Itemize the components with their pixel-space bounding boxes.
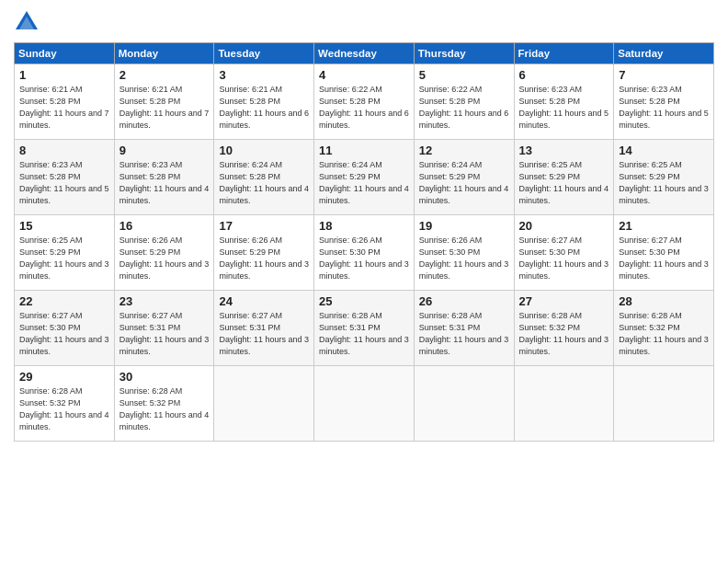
day-number: 30 bbox=[119, 370, 210, 384]
calendar-cell: 10Sunrise: 6:24 AM Sunset: 5:28 PM Dayli… bbox=[214, 140, 314, 215]
day-info: Sunrise: 6:24 AM Sunset: 5:29 PM Dayligh… bbox=[319, 159, 410, 207]
day-info: Sunrise: 6:26 AM Sunset: 5:29 PM Dayligh… bbox=[119, 235, 210, 282]
calendar-cell: 4Sunrise: 6:22 AM Sunset: 5:28 PM Daylig… bbox=[314, 64, 415, 140]
header-tuesday: Tuesday bbox=[214, 43, 314, 64]
header-row: SundayMondayTuesdayWednesdayThursdayFrid… bbox=[15, 43, 714, 64]
calendar-cell bbox=[314, 366, 415, 442]
day-info: Sunrise: 6:25 AM Sunset: 5:29 PM Dayligh… bbox=[19, 235, 110, 282]
day-number: 5 bbox=[419, 68, 510, 82]
day-info: Sunrise: 6:23 AM Sunset: 5:28 PM Dayligh… bbox=[119, 159, 210, 207]
day-info: Sunrise: 6:21 AM Sunset: 5:28 PM Dayligh… bbox=[219, 84, 310, 132]
header-friday: Friday bbox=[514, 43, 614, 64]
week-row-2: 8Sunrise: 6:23 AM Sunset: 5:28 PM Daylig… bbox=[15, 140, 714, 215]
week-row-3: 15Sunrise: 6:25 AM Sunset: 5:29 PM Dayli… bbox=[15, 215, 714, 291]
page: SundayMondayTuesdayWednesdayThursdayFrid… bbox=[0, 0, 728, 563]
calendar-cell: 3Sunrise: 6:21 AM Sunset: 5:28 PM Daylig… bbox=[214, 64, 314, 140]
calendar-cell: 27Sunrise: 6:28 AM Sunset: 5:32 PM Dayli… bbox=[514, 291, 614, 366]
calendar-cell: 9Sunrise: 6:23 AM Sunset: 5:28 PM Daylig… bbox=[114, 140, 214, 215]
day-info: Sunrise: 6:28 AM Sunset: 5:32 PM Dayligh… bbox=[119, 385, 210, 433]
day-number: 21 bbox=[619, 219, 710, 233]
day-info: Sunrise: 6:25 AM Sunset: 5:29 PM Dayligh… bbox=[519, 159, 610, 207]
day-number: 18 bbox=[319, 219, 410, 233]
week-row-1: 1Sunrise: 6:21 AM Sunset: 5:28 PM Daylig… bbox=[15, 64, 714, 140]
day-number: 17 bbox=[219, 219, 310, 233]
day-info: Sunrise: 6:28 AM Sunset: 5:32 PM Dayligh… bbox=[519, 310, 610, 358]
day-info: Sunrise: 6:25 AM Sunset: 5:29 PM Dayligh… bbox=[619, 159, 710, 207]
header-sunday: Sunday bbox=[15, 43, 115, 64]
day-number: 22 bbox=[19, 294, 110, 308]
day-info: Sunrise: 6:24 AM Sunset: 5:29 PM Dayligh… bbox=[419, 159, 510, 207]
header-wednesday: Wednesday bbox=[314, 43, 415, 64]
calendar-cell: 24Sunrise: 6:27 AM Sunset: 5:31 PM Dayli… bbox=[214, 291, 314, 366]
calendar-cell: 15Sunrise: 6:25 AM Sunset: 5:29 PM Dayli… bbox=[15, 215, 115, 291]
calendar-cell: 12Sunrise: 6:24 AM Sunset: 5:29 PM Dayli… bbox=[414, 140, 514, 215]
calendar-cell: 2Sunrise: 6:21 AM Sunset: 5:28 PM Daylig… bbox=[114, 64, 214, 140]
calendar-cell: 6Sunrise: 6:23 AM Sunset: 5:28 PM Daylig… bbox=[514, 64, 614, 140]
day-info: Sunrise: 6:23 AM Sunset: 5:28 PM Dayligh… bbox=[19, 159, 110, 207]
calendar-cell: 23Sunrise: 6:27 AM Sunset: 5:31 PM Dayli… bbox=[114, 291, 214, 366]
day-info: Sunrise: 6:23 AM Sunset: 5:28 PM Dayligh… bbox=[619, 84, 710, 132]
calendar-cell: 7Sunrise: 6:23 AM Sunset: 5:28 PM Daylig… bbox=[614, 64, 714, 140]
day-number: 27 bbox=[519, 294, 610, 308]
day-number: 19 bbox=[419, 219, 510, 233]
calendar-cell: 1Sunrise: 6:21 AM Sunset: 5:28 PM Daylig… bbox=[15, 64, 115, 140]
calendar-cell: 29Sunrise: 6:28 AM Sunset: 5:32 PM Dayli… bbox=[15, 366, 115, 442]
day-info: Sunrise: 6:22 AM Sunset: 5:28 PM Dayligh… bbox=[419, 84, 510, 132]
day-number: 23 bbox=[119, 294, 210, 308]
calendar-cell: 25Sunrise: 6:28 AM Sunset: 5:31 PM Dayli… bbox=[314, 291, 415, 366]
header bbox=[14, 9, 714, 35]
calendar-cell: 21Sunrise: 6:27 AM Sunset: 5:30 PM Dayli… bbox=[614, 215, 714, 291]
day-number: 29 bbox=[19, 370, 110, 384]
calendar-cell: 17Sunrise: 6:26 AM Sunset: 5:29 PM Dayli… bbox=[214, 215, 314, 291]
day-number: 14 bbox=[619, 144, 710, 157]
calendar-cell: 18Sunrise: 6:26 AM Sunset: 5:30 PM Dayli… bbox=[314, 215, 415, 291]
day-number: 16 bbox=[119, 219, 210, 233]
calendar-cell: 19Sunrise: 6:26 AM Sunset: 5:30 PM Dayli… bbox=[414, 215, 514, 291]
day-info: Sunrise: 6:26 AM Sunset: 5:29 PM Dayligh… bbox=[219, 235, 310, 282]
calendar-cell bbox=[414, 366, 514, 442]
day-info: Sunrise: 6:28 AM Sunset: 5:32 PM Dayligh… bbox=[619, 310, 710, 358]
day-info: Sunrise: 6:27 AM Sunset: 5:31 PM Dayligh… bbox=[219, 310, 310, 358]
calendar-cell: 13Sunrise: 6:25 AM Sunset: 5:29 PM Dayli… bbox=[514, 140, 614, 215]
day-number: 3 bbox=[219, 68, 310, 82]
header-thursday: Thursday bbox=[414, 43, 514, 64]
header-saturday: Saturday bbox=[614, 43, 714, 64]
calendar-table: SundayMondayTuesdayWednesdayThursdayFrid… bbox=[14, 42, 714, 442]
calendar-cell: 26Sunrise: 6:28 AM Sunset: 5:31 PM Dayli… bbox=[414, 291, 514, 366]
day-number: 12 bbox=[419, 144, 510, 157]
calendar-cell bbox=[514, 366, 614, 442]
day-number: 15 bbox=[19, 219, 110, 233]
calendar-cell: 14Sunrise: 6:25 AM Sunset: 5:29 PM Dayli… bbox=[614, 140, 714, 215]
day-info: Sunrise: 6:26 AM Sunset: 5:30 PM Dayligh… bbox=[419, 235, 510, 282]
calendar-cell bbox=[614, 366, 714, 442]
calendar-cell: 16Sunrise: 6:26 AM Sunset: 5:29 PM Dayli… bbox=[114, 215, 214, 291]
calendar-cell: 8Sunrise: 6:23 AM Sunset: 5:28 PM Daylig… bbox=[15, 140, 115, 215]
day-number: 20 bbox=[519, 219, 610, 233]
calendar-cell: 30Sunrise: 6:28 AM Sunset: 5:32 PM Dayli… bbox=[114, 366, 214, 442]
day-number: 4 bbox=[319, 68, 410, 82]
day-info: Sunrise: 6:26 AM Sunset: 5:30 PM Dayligh… bbox=[319, 235, 410, 282]
calendar-cell bbox=[214, 366, 314, 442]
calendar-cell: 5Sunrise: 6:22 AM Sunset: 5:28 PM Daylig… bbox=[414, 64, 514, 140]
calendar-cell: 20Sunrise: 6:27 AM Sunset: 5:30 PM Dayli… bbox=[514, 215, 614, 291]
day-info: Sunrise: 6:21 AM Sunset: 5:28 PM Dayligh… bbox=[19, 84, 110, 132]
day-number: 25 bbox=[319, 294, 410, 308]
header-monday: Monday bbox=[114, 43, 214, 64]
day-info: Sunrise: 6:28 AM Sunset: 5:32 PM Dayligh… bbox=[19, 385, 110, 433]
week-row-4: 22Sunrise: 6:27 AM Sunset: 5:30 PM Dayli… bbox=[15, 291, 714, 366]
day-number: 11 bbox=[319, 144, 410, 157]
day-info: Sunrise: 6:27 AM Sunset: 5:30 PM Dayligh… bbox=[19, 310, 110, 358]
week-row-5: 29Sunrise: 6:28 AM Sunset: 5:32 PM Dayli… bbox=[15, 366, 714, 442]
day-info: Sunrise: 6:28 AM Sunset: 5:31 PM Dayligh… bbox=[419, 310, 510, 358]
day-info: Sunrise: 6:27 AM Sunset: 5:31 PM Dayligh… bbox=[119, 310, 210, 358]
day-number: 9 bbox=[119, 144, 210, 157]
day-number: 7 bbox=[619, 68, 710, 82]
day-number: 1 bbox=[19, 68, 110, 82]
day-number: 13 bbox=[519, 144, 610, 157]
day-info: Sunrise: 6:23 AM Sunset: 5:28 PM Dayligh… bbox=[519, 84, 610, 132]
day-info: Sunrise: 6:27 AM Sunset: 5:30 PM Dayligh… bbox=[619, 235, 710, 282]
day-number: 28 bbox=[619, 294, 710, 308]
logo bbox=[14, 9, 43, 35]
day-number: 2 bbox=[119, 68, 210, 82]
calendar-cell: 11Sunrise: 6:24 AM Sunset: 5:29 PM Dayli… bbox=[314, 140, 415, 215]
